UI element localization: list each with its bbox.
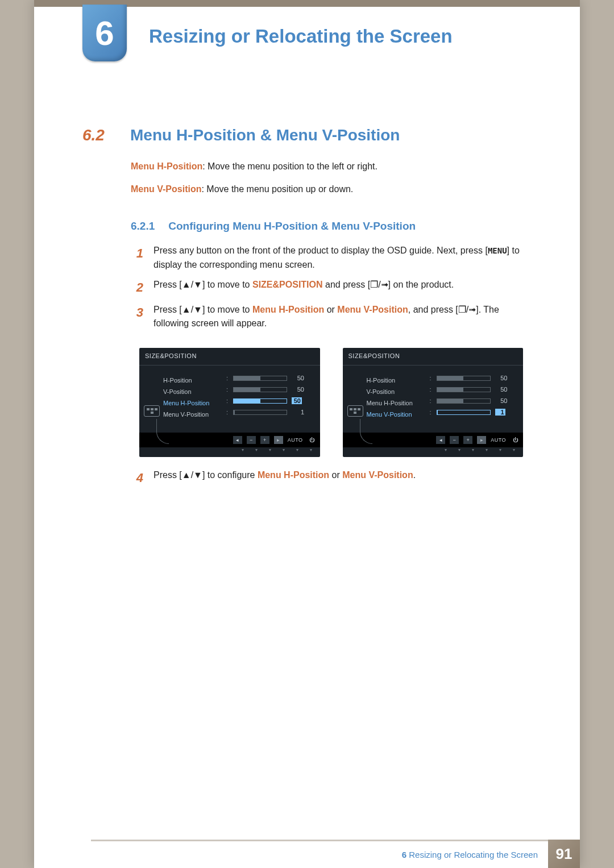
osd-row-menu-vpos: Menu V-Position <box>367 409 426 420</box>
page-number: 91 <box>548 840 580 868</box>
step-number: 4 <box>131 468 143 488</box>
section-heading: 6.2 Menu H-Position & Menu V-Position <box>82 126 523 144</box>
subsection-number: 6.2.1 <box>131 220 155 232</box>
step-number: 1 <box>131 244 143 272</box>
menu-hpos-hl: Menu H-Position <box>258 470 329 480</box>
minus-icon: − <box>247 436 256 444</box>
osd-ticks: ▾▾▾▾▾▾ <box>343 447 524 455</box>
step-list-continued: 4 Press [▲/▼] to configure Menu H-Positi… <box>131 468 523 488</box>
step-number: 3 <box>131 303 143 331</box>
osd-row-hpos: H-Position <box>367 375 426 386</box>
vpos-text: : Move the menu position up or down. <box>201 184 353 194</box>
step-4: 4 Press [▲/▼] to configure Menu H-Positi… <box>131 468 523 488</box>
up-down-icon: ▲/▼ <box>182 305 202 314</box>
menu-hpos-hl: Menu H-Position <box>252 305 324 314</box>
chapter-number-badge: 6 <box>82 5 127 61</box>
up-down-icon: ▲/▼ <box>182 280 202 289</box>
chapter-header: 6 Resizing or Relocating the Screen <box>34 7 580 69</box>
osd-row-menu-hpos: Menu H-Position <box>367 397 426 409</box>
plus-icon: + <box>463 436 472 444</box>
minus-icon: − <box>450 436 459 444</box>
back-icon: ◂ <box>436 436 445 444</box>
enter-icon: ❐/➟ <box>370 280 388 289</box>
osd-left: SIZE&POSITION H-Position V-Position Menu… <box>139 348 320 457</box>
play-icon: ▸ <box>274 436 283 444</box>
plus-icon: + <box>260 436 269 444</box>
osd-row-vpos: V-Position <box>367 386 426 397</box>
osd-right: SIZE&POSITION H-Position V-Position Menu… <box>343 348 524 457</box>
hpos-label: Menu H-Position <box>131 161 202 171</box>
step-text: Press any button on the front of the pro… <box>154 244 523 272</box>
osd-row-hpos: H-Position <box>163 375 223 386</box>
play-icon: ▸ <box>477 436 486 444</box>
step-list: 1 Press any button on the front of the p… <box>131 244 523 331</box>
description-vpos: Menu V-Position: Move the menu position … <box>131 184 523 194</box>
osd-screenshots: SIZE&POSITION H-Position V-Position Menu… <box>139 348 523 457</box>
step-text: Press [▲/▼] to move to Menu H-Position o… <box>154 303 523 331</box>
step-text: Press [▲/▼] to configure Menu H-Position… <box>154 468 523 488</box>
hpos-text: : Move the menu position to the left or … <box>202 161 377 171</box>
auto-label: AUTO <box>288 437 303 443</box>
osd-ticks: ▾▾▾▾▾▾ <box>139 447 320 455</box>
footer-label: 6 Resizing or Relocating the Screen <box>91 840 548 868</box>
vpos-label: Menu V-Position <box>131 184 201 194</box>
page: 6 Resizing or Relocating the Screen 6.2 … <box>34 0 580 868</box>
step-number: 2 <box>131 278 143 297</box>
osd-title: SIZE&POSITION <box>139 348 320 366</box>
enter-icon: ❐/➟ <box>458 305 476 314</box>
page-footer: 6 Resizing or Relocating the Screen 91 <box>91 840 580 868</box>
section-number: 6.2 <box>82 126 112 144</box>
menu-vpos-hl: Menu V-Position <box>337 305 408 314</box>
back-icon: ◂ <box>233 436 242 444</box>
section-title: Menu H-Position & Menu V-Position <box>130 126 400 144</box>
chapter-title: Resizing or Relocating the Screen <box>149 26 453 47</box>
subsection-heading: 6.2.1 Configuring Menu H-Position & Menu… <box>131 220 523 232</box>
section: 6.2 Menu H-Position & Menu V-Position Me… <box>34 69 580 488</box>
menu-vpos-hl: Menu V-Position <box>342 470 413 480</box>
osd-row-menu-vpos: Menu V-Position <box>163 409 223 420</box>
power-icon: ⏻ <box>308 436 317 444</box>
step-3: 3 Press [▲/▼] to move to Menu H-Position… <box>131 303 523 331</box>
osd-title: SIZE&POSITION <box>343 348 524 366</box>
step-2: 2 Press [▲/▼] to move to SIZE&POSITION a… <box>131 278 523 297</box>
osd-row-vpos: V-Position <box>163 386 223 397</box>
power-icon: ⏻ <box>511 436 520 444</box>
up-down-icon: ▲/▼ <box>182 470 202 480</box>
step-text: Press [▲/▼] to move to SIZE&POSITION and… <box>154 278 523 297</box>
size-position-hl: SIZE&POSITION <box>252 280 323 289</box>
subsection-title: Configuring Menu H-Position & Menu V-Pos… <box>168 220 416 232</box>
osd-row-menu-hpos: Menu H-Position <box>163 397 223 409</box>
menu-key: MENU <box>488 246 507 255</box>
step-1: 1 Press any button on the front of the p… <box>131 244 523 272</box>
size-position-icon <box>144 405 160 417</box>
size-position-icon <box>347 405 363 417</box>
description-hpos: Menu H-Position: Move the menu position … <box>131 161 523 172</box>
auto-label: AUTO <box>491 437 506 443</box>
